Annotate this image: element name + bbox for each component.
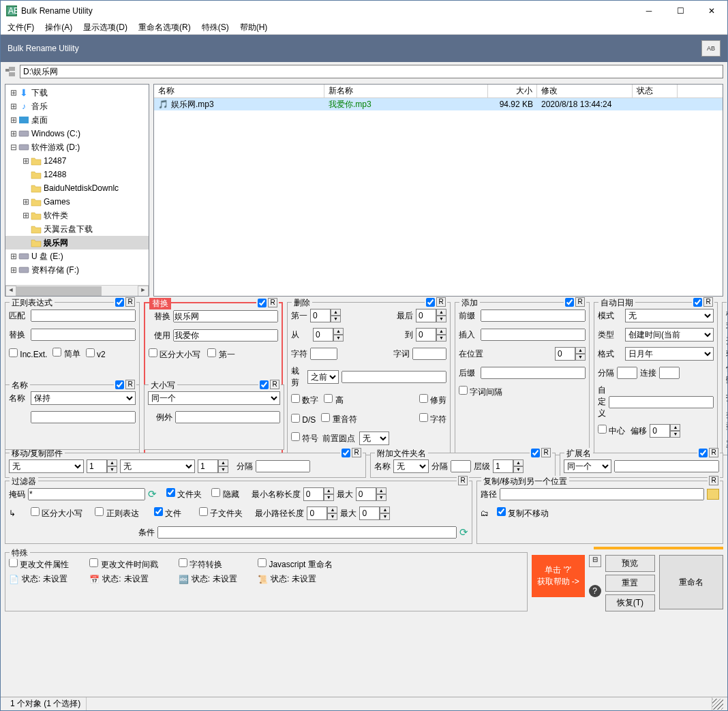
filter-expand-icon[interactable]: ↳ <box>9 509 28 518</box>
filter-cond-input[interactable] <box>157 526 457 539</box>
refresh-icon[interactable]: ⟳ <box>148 488 157 500</box>
filter-regex-check[interactable]: 正则表达 <box>95 507 138 519</box>
del-char-check[interactable]: 字符 <box>419 413 446 425</box>
regex-simple-check[interactable]: 简单 <box>52 348 80 360</box>
column-header[interactable]: 状态 <box>633 85 678 97</box>
tree-item[interactable]: 12488 <box>5 168 149 181</box>
copy-path-input[interactable] <box>500 488 704 500</box>
special-charconv-check[interactable]: 字符转换 <box>179 558 237 571</box>
add-reset-button[interactable]: R <box>575 297 585 307</box>
del-crop-select[interactable]: 之前 <box>307 370 339 384</box>
autodate-reset-button[interactable]: R <box>703 297 713 307</box>
del-lead-select[interactable]: 无 <box>359 432 389 445</box>
folder-tree[interactable]: ⊞⬇下载⊞♪音乐⊞桌面⊞Windows (C:)⊟软件游戏 (D:)⊞12487… <box>5 84 149 297</box>
filter-subfolders-check[interactable]: 子文件夹 <box>199 507 243 519</box>
close-button[interactable]: ✕ <box>696 1 727 21</box>
add-wordspace-check[interactable]: 字词间隔 <box>459 386 502 398</box>
regex-enable-check[interactable] <box>115 298 124 307</box>
regex-replace-input[interactable] <box>31 329 136 341</box>
help-box[interactable]: 单击 '?'获取帮助 -> <box>532 555 585 597</box>
resize-grip-icon[interactable] <box>712 699 723 710</box>
replace-case-check[interactable]: 区分大小写 <box>149 348 200 361</box>
name-fixed-input[interactable] <box>31 411 136 423</box>
folder-tree-icon[interactable] <box>5 66 16 77</box>
tree-item[interactable]: ⊟软件游戏 (D:) <box>5 140 149 154</box>
ext-reset-button[interactable]: R <box>709 448 718 457</box>
reset-button[interactable]: 重置 <box>605 575 655 592</box>
copy-tree-icon[interactable]: 🗂 <box>481 509 489 518</box>
autodate-type-select[interactable]: 创建时间(当前 <box>625 328 714 342</box>
regex-incext-check[interactable]: Inc.Ext. <box>9 348 47 359</box>
replace-first-check[interactable]: 第一 <box>207 348 234 361</box>
column-header[interactable]: 大小 <box>488 85 537 97</box>
del-chars-input[interactable] <box>310 348 337 360</box>
tree-item[interactable]: ⊞Windows (C:) <box>5 127 149 140</box>
move-sep-input[interactable] <box>256 460 310 472</box>
tree-item[interactable]: ⊞软件类 <box>5 209 149 222</box>
filter-case-check[interactable]: 区分大小写 <box>31 507 82 519</box>
filter-folders-check[interactable]: 文件夹 <box>166 488 202 500</box>
copy-only-check[interactable]: 复制不移动 <box>497 507 549 519</box>
move-reset-button[interactable]: R <box>352 448 361 457</box>
rename-button[interactable]: 重命名 <box>659 555 723 609</box>
tree-item[interactable]: ⊞♪音乐 <box>5 100 149 113</box>
del-words-input[interactable] <box>412 348 446 360</box>
name-enable-check[interactable] <box>115 380 124 389</box>
regex-v2-check[interactable]: v2 <box>86 348 106 359</box>
case-enable-check[interactable] <box>260 380 269 389</box>
filter-reset-button[interactable]: R <box>458 476 468 485</box>
appendfolder-reset-button[interactable]: R <box>541 448 551 457</box>
help-toggle-button[interactable]: ⊟ <box>589 555 601 567</box>
filter-minpath-spin[interactable]: ▲▼ <box>307 506 337 520</box>
browse-folder-icon[interactable] <box>707 489 719 500</box>
autodate-enable-check[interactable] <box>693 298 702 307</box>
tree-item[interactable]: ⊞桌面 <box>5 113 149 127</box>
menu-action[interactable]: 操作(A) <box>41 21 76 34</box>
move-to1-select[interactable]: 无 <box>120 459 195 473</box>
special-js-check[interactable]: Javascript 重命名 <box>258 558 333 571</box>
del-first-spin[interactable]: ▲▼ <box>310 309 341 322</box>
af-name-select[interactable]: 无 <box>393 459 429 473</box>
case-mode-select[interactable]: 同一个 <box>148 391 280 405</box>
filter-maxpath-spin[interactable]: ▲▼ <box>359 506 390 520</box>
autodate-offset-spin[interactable]: ▲▼ <box>650 424 680 438</box>
del-ds-check[interactable]: D/S <box>291 414 316 425</box>
case-reset-button[interactable]: R <box>270 380 279 389</box>
replace-with-input[interactable] <box>173 329 278 342</box>
menu-display[interactable]: 显示选项(D) <box>79 21 132 34</box>
replace-enable-check[interactable] <box>258 299 267 307</box>
regex-match-input[interactable] <box>31 309 136 322</box>
menu-rename-options[interactable]: 重命名选项(R) <box>134 21 195 34</box>
autodate-sep-input[interactable] <box>617 367 637 379</box>
copy-reset-button[interactable]: R <box>709 476 718 485</box>
add-enable-check[interactable] <box>565 298 574 307</box>
filter-mask-input[interactable] <box>28 488 145 500</box>
delete-enable-check[interactable] <box>426 298 435 307</box>
name-reset-button[interactable]: R <box>125 380 135 389</box>
ext-input[interactable] <box>614 460 719 472</box>
menu-special[interactable]: 特殊(S) <box>198 21 233 34</box>
special-attr-check[interactable]: 更改文件属性 <box>9 558 69 571</box>
autodate-fmt-select[interactable]: 日月年 <box>625 347 714 361</box>
file-row[interactable]: 🎵娱乐网.mp3我爱你.mp394.92 KB2020/8/18 13:44:2… <box>154 98 723 110</box>
replace-reset-button[interactable]: R <box>268 298 277 307</box>
undo-button[interactable]: 恢复(T) <box>605 594 655 611</box>
tree-hscrollbar[interactable]: ◄► <box>5 285 149 296</box>
filter-hidden-check[interactable]: 隐藏 <box>211 488 239 500</box>
help-question-icon[interactable]: ? <box>589 585 601 597</box>
autodate-center-check[interactable]: 中心 <box>598 425 625 437</box>
tree-item[interactable]: BaiduNetdiskDownlc <box>5 181 149 195</box>
tree-item[interactable]: ⊞12487 <box>5 154 149 168</box>
autodate-mode-select[interactable]: 无 <box>625 309 714 322</box>
filter-files-check[interactable]: 文件 <box>154 507 181 519</box>
maximize-button[interactable]: ☐ <box>665 1 696 21</box>
del-last-spin[interactable]: ▲▼ <box>416 309 446 322</box>
special-ts-check[interactable]: 更改文件时间戳 <box>89 558 157 571</box>
case-except-input[interactable] <box>175 411 280 423</box>
filter-minname-spin[interactable]: ▲▼ <box>303 487 334 501</box>
del-high-check[interactable]: 高 <box>324 394 343 406</box>
tree-item[interactable]: ⊞U 盘 (E:) <box>5 249 149 263</box>
refresh-icon-2[interactable]: ⟳ <box>459 526 468 539</box>
tree-item[interactable]: ⊞⬇下载 <box>5 86 149 100</box>
af-sep-input[interactable] <box>451 460 471 472</box>
